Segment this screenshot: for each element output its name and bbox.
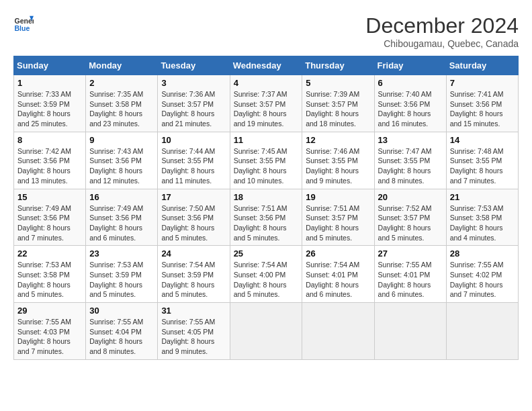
table-row: 30 Sunrise: 7:55 AMSunset: 4:04 PMDaylig… bbox=[86, 303, 158, 360]
location-subtitle: Chibougamau, Quebec, Canada bbox=[365, 38, 519, 49]
calendar-week-4: 22 Sunrise: 7:53 AMSunset: 3:58 PMDaylig… bbox=[14, 246, 519, 303]
table-row: 19 Sunrise: 7:51 AMSunset: 3:57 PMDaylig… bbox=[302, 189, 374, 246]
table-row: 6 Sunrise: 7:40 AMSunset: 3:56 PMDayligh… bbox=[374, 75, 446, 132]
table-row: 21 Sunrise: 7:53 AMSunset: 3:58 PMDaylig… bbox=[446, 189, 518, 246]
calendar-week-1: 1 Sunrise: 7:33 AMSunset: 3:59 PMDayligh… bbox=[14, 75, 519, 132]
header-tuesday: Tuesday bbox=[158, 56, 230, 75]
header-sunday: Sunday bbox=[14, 56, 86, 75]
table-row: 25 Sunrise: 7:54 AMSunset: 4:00 PMDaylig… bbox=[230, 246, 302, 303]
table-row: 24 Sunrise: 7:54 AMSunset: 3:59 PMDaylig… bbox=[158, 246, 230, 303]
header-wednesday: Wednesday bbox=[230, 56, 302, 75]
table-row: 7 Sunrise: 7:41 AMSunset: 3:56 PMDayligh… bbox=[446, 75, 518, 132]
table-row: 1 Sunrise: 7:33 AMSunset: 3:59 PMDayligh… bbox=[14, 75, 86, 132]
svg-text:Blue: Blue bbox=[15, 24, 30, 32]
table-row: 28 Sunrise: 7:55 AMSunset: 4:02 PMDaylig… bbox=[446, 246, 518, 303]
title-block: December 2024 Chibougamau, Quebec, Canad… bbox=[365, 13, 519, 49]
table-row: 15 Sunrise: 7:49 AMSunset: 3:56 PMDaylig… bbox=[14, 189, 86, 246]
page-header: General Blue December 2024 Chibougamau, … bbox=[13, 13, 519, 49]
calendar-week-3: 15 Sunrise: 7:49 AMSunset: 3:56 PMDaylig… bbox=[14, 189, 519, 246]
table-row: 22 Sunrise: 7:53 AMSunset: 3:58 PMDaylig… bbox=[14, 246, 86, 303]
empty-cell bbox=[302, 303, 374, 360]
calendar-body: 1 Sunrise: 7:33 AMSunset: 3:59 PMDayligh… bbox=[14, 75, 519, 360]
table-row: 18 Sunrise: 7:51 AMSunset: 3:56 PMDaylig… bbox=[230, 189, 302, 246]
table-row: 3 Sunrise: 7:36 AMSunset: 3:57 PMDayligh… bbox=[158, 75, 230, 132]
table-row: 11 Sunrise: 7:45 AMSunset: 3:55 PMDaylig… bbox=[230, 132, 302, 189]
table-row: 5 Sunrise: 7:39 AMSunset: 3:57 PMDayligh… bbox=[302, 75, 374, 132]
calendar-table: Sunday Monday Tuesday Wednesday Thursday… bbox=[13, 56, 519, 360]
days-header-row: Sunday Monday Tuesday Wednesday Thursday… bbox=[14, 56, 519, 75]
month-title: December 2024 bbox=[365, 13, 519, 38]
table-row: 26 Sunrise: 7:54 AMSunset: 4:01 PMDaylig… bbox=[302, 246, 374, 303]
table-row: 2 Sunrise: 7:35 AMSunset: 3:58 PMDayligh… bbox=[86, 75, 158, 132]
table-row: 17 Sunrise: 7:50 AMSunset: 3:56 PMDaylig… bbox=[158, 189, 230, 246]
header-monday: Monday bbox=[86, 56, 158, 75]
table-row: 16 Sunrise: 7:49 AMSunset: 3:56 PMDaylig… bbox=[86, 189, 158, 246]
calendar-week-2: 8 Sunrise: 7:42 AMSunset: 3:56 PMDayligh… bbox=[14, 132, 519, 189]
empty-cell bbox=[230, 303, 302, 360]
table-row: 27 Sunrise: 7:55 AMSunset: 4:01 PMDaylig… bbox=[374, 246, 446, 303]
table-row: 29 Sunrise: 7:55 AMSunset: 4:03 PMDaylig… bbox=[14, 303, 86, 360]
empty-cell bbox=[446, 303, 518, 360]
empty-cell bbox=[374, 303, 446, 360]
logo: General Blue bbox=[13, 13, 34, 34]
table-row: 23 Sunrise: 7:53 AMSunset: 3:59 PMDaylig… bbox=[86, 246, 158, 303]
logo-icon: General Blue bbox=[13, 13, 34, 34]
table-row: 13 Sunrise: 7:47 AMSunset: 3:55 PMDaylig… bbox=[374, 132, 446, 189]
header-thursday: Thursday bbox=[302, 56, 374, 75]
table-row: 20 Sunrise: 7:52 AMSunset: 3:57 PMDaylig… bbox=[374, 189, 446, 246]
table-row: 8 Sunrise: 7:42 AMSunset: 3:56 PMDayligh… bbox=[14, 132, 86, 189]
table-row: 14 Sunrise: 7:48 AMSunset: 3:55 PMDaylig… bbox=[446, 132, 518, 189]
table-row: 9 Sunrise: 7:43 AMSunset: 3:56 PMDayligh… bbox=[86, 132, 158, 189]
calendar-week-5: 29 Sunrise: 7:55 AMSunset: 4:03 PMDaylig… bbox=[14, 303, 519, 360]
table-row: 4 Sunrise: 7:37 AMSunset: 3:57 PMDayligh… bbox=[230, 75, 302, 132]
table-row: 31 Sunrise: 7:55 AMSunset: 4:05 PMDaylig… bbox=[158, 303, 230, 360]
header-saturday: Saturday bbox=[446, 56, 518, 75]
table-row: 10 Sunrise: 7:44 AMSunset: 3:55 PMDaylig… bbox=[158, 132, 230, 189]
table-row: 12 Sunrise: 7:46 AMSunset: 3:55 PMDaylig… bbox=[302, 132, 374, 189]
header-friday: Friday bbox=[374, 56, 446, 75]
